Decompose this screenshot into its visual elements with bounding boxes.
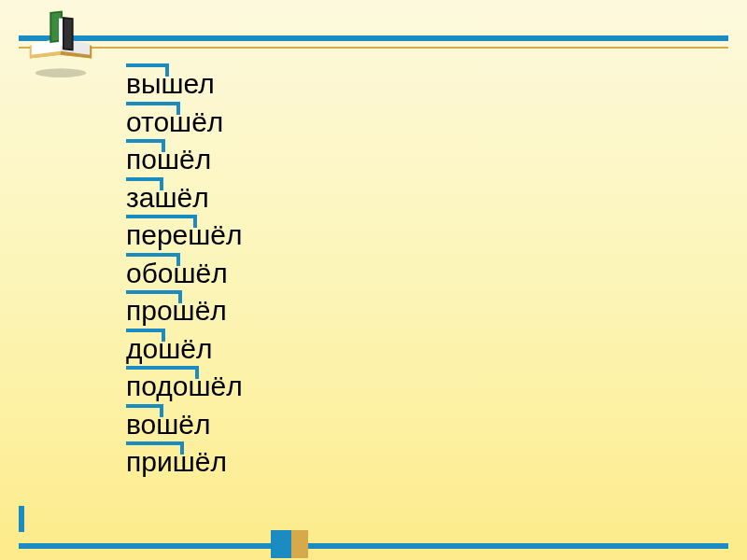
list-item: пошёл bbox=[126, 141, 243, 179]
prefix-bracket-icon bbox=[126, 102, 180, 115]
list-item: зашёл bbox=[126, 179, 243, 217]
list-item: обошёл bbox=[126, 255, 243, 293]
list-item: дошёл bbox=[126, 330, 243, 369]
list-item: вышел bbox=[126, 65, 243, 104]
svg-rect-5 bbox=[59, 19, 63, 46]
svg-rect-4 bbox=[64, 19, 72, 49]
prefix-bracket-icon bbox=[126, 404, 163, 417]
svg-point-0 bbox=[35, 68, 87, 77]
prefix-bracket-icon bbox=[126, 215, 197, 228]
prefix-bracket-icon bbox=[126, 366, 199, 379]
accent-gold-bar bbox=[291, 530, 308, 558]
books-icon bbox=[24, 6, 97, 78]
list-item: прошёл bbox=[126, 292, 243, 330]
prefix-bracket-icon bbox=[126, 290, 182, 303]
prefix-bracket-icon bbox=[126, 441, 184, 455]
prefix-bracket-icon bbox=[126, 63, 169, 77]
top-divider bbox=[19, 35, 728, 41]
list-item: пришёл bbox=[126, 443, 243, 482]
bottom-accent bbox=[271, 530, 336, 558]
accent-blue-bar bbox=[271, 530, 291, 558]
prefix-bracket-icon bbox=[126, 139, 165, 152]
bottom-divider bbox=[19, 543, 728, 549]
list-item: перешёл bbox=[126, 217, 243, 255]
list-item: отошёл bbox=[126, 104, 243, 142]
list-item: подошёл bbox=[126, 368, 243, 406]
word-list: вышел отошёл пошёл зашёл перешёл обошёл … bbox=[126, 65, 243, 482]
prefix-bracket-icon bbox=[126, 329, 165, 342]
prefix-bracket-icon bbox=[126, 177, 163, 190]
left-tick bbox=[19, 506, 24, 532]
list-item: вошёл bbox=[126, 406, 243, 444]
prefix-bracket-icon bbox=[126, 253, 180, 266]
top-divider-gold bbox=[19, 47, 728, 49]
